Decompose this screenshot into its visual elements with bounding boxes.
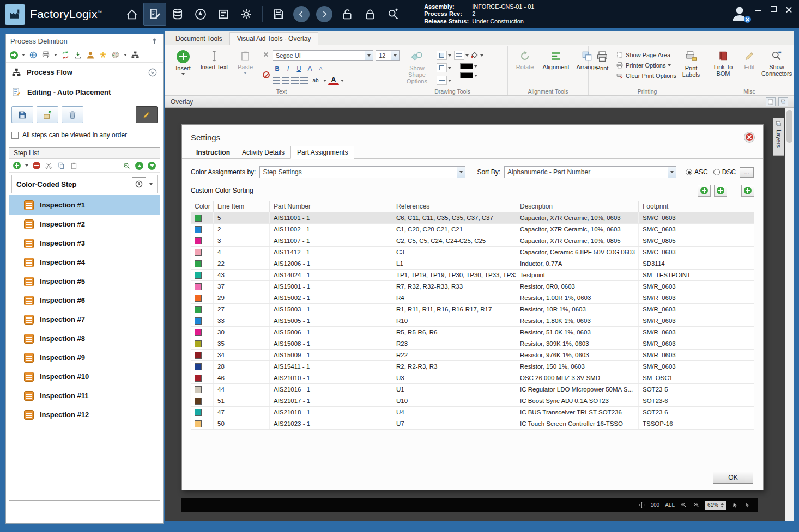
insert-text-button[interactable]: Insert Text <box>200 47 228 87</box>
table-row[interactable]: 30 AIS15006 - 1 R5, R5-R6, R6 Resistor, … <box>191 327 754 338</box>
forward-icon[interactable] <box>313 3 336 26</box>
overlay-grid-icon[interactable] <box>766 97 776 106</box>
zoom-spinner[interactable] <box>721 503 724 508</box>
italic-icon[interactable]: I <box>283 64 293 73</box>
col-description[interactable]: Description <box>516 201 639 212</box>
dsc-radio[interactable] <box>713 169 720 175</box>
person-icon[interactable] <box>86 51 95 59</box>
font-color-dropdown-icon[interactable] <box>341 80 344 82</box>
highlight-icon[interactable]: ab <box>310 76 322 85</box>
add-step-dropdown-icon[interactable] <box>25 164 28 167</box>
insert-button[interactable]: Insert <box>169 47 197 87</box>
palette-dropdown-icon[interactable] <box>124 54 127 56</box>
add-color-sort-button-3[interactable] <box>741 185 754 197</box>
font-family-combo[interactable]: Segoe UI <box>273 50 373 61</box>
bold-icon[interactable]: B <box>273 64 282 73</box>
copy-icon[interactable] <box>57 162 65 170</box>
sync-icon[interactable] <box>61 51 70 59</box>
step-list-item[interactable]: Inspection #4 <box>9 253 160 272</box>
collapse-circle-icon[interactable] <box>148 68 158 77</box>
table-row[interactable]: 44 AIS21016 - 1 U1 IC Regulator LDO Micr… <box>191 384 754 395</box>
tab-document-tools[interactable]: Document Tools <box>168 33 229 45</box>
search-tool-icon[interactable] <box>382 3 404 26</box>
table-row[interactable]: 3 AIS11007 - 1 C2, C5, C5, C24, C24-C25,… <box>191 235 754 247</box>
step-list-item[interactable]: Inspection #2 <box>9 215 160 234</box>
table-row[interactable]: 51 AIS21017 - 1 U10 IC Boost Sync ADJ 0.… <box>191 395 754 407</box>
shape-rect-icon[interactable] <box>437 63 447 72</box>
zoom-100-button[interactable]: 100 <box>651 502 660 508</box>
line-style-dropdown-icon[interactable] <box>465 54 469 57</box>
print-icon[interactable] <box>41 51 50 59</box>
col-color[interactable]: Color <box>191 201 214 212</box>
zoom-add-icon[interactable] <box>123 162 131 170</box>
highlight-dropdown-icon[interactable] <box>323 80 326 82</box>
move-up-icon[interactable] <box>135 162 143 170</box>
zoom-level-box[interactable]: 61% <box>705 501 726 510</box>
overlay-layers-icon[interactable] <box>778 97 788 106</box>
step-list-item[interactable]: Inspection #9 <box>9 348 160 367</box>
cut-icon[interactable] <box>45 162 53 170</box>
flow-mini-icon[interactable] <box>131 51 140 59</box>
flower-icon[interactable] <box>99 51 107 59</box>
align-right-icon[interactable] <box>291 77 299 84</box>
align-center-icon[interactable] <box>282 77 289 84</box>
grow-font-icon[interactable]: A <box>305 64 314 73</box>
underline-icon[interactable]: U <box>294 64 304 73</box>
zoom-in-icon[interactable] <box>693 502 700 509</box>
link-to-bom-button[interactable]: Link To BOM <box>709 47 737 87</box>
table-row[interactable]: 47 AIS21018 - 1 U4 IC BUS Transceiver TR… <box>191 407 754 418</box>
move-down-icon[interactable] <box>148 162 156 170</box>
table-row[interactable]: 22 AIS12006 - 1 L1 Inductor, 0.77A SD311… <box>191 258 754 270</box>
col-line-item[interactable]: Line Item <box>214 201 270 212</box>
step-type-selector[interactable]: Color-Coded Step <box>11 175 158 193</box>
order-checkbox[interactable] <box>11 132 19 139</box>
save-step-button[interactable] <box>11 106 33 123</box>
table-row[interactable]: 27 AIS15003 - 1 R1, R11, R11, R16, R16-R… <box>191 304 754 315</box>
palette-icon[interactable] <box>111 51 120 59</box>
process-flow-row[interactable]: Process Flow <box>6 63 163 82</box>
compass-icon[interactable] <box>189 3 212 26</box>
shape-line-icon[interactable] <box>437 76 447 85</box>
col-part-number[interactable]: Part Number <box>270 201 392 212</box>
user-icon[interactable] <box>730 4 749 23</box>
tab-instruction[interactable]: Instruction <box>190 146 236 158</box>
globe-icon[interactable] <box>29 51 38 59</box>
canvas-scrollbar[interactable] <box>785 108 794 521</box>
align-justify-icon[interactable] <box>300 77 308 84</box>
line-color-dropdown-icon[interactable] <box>474 75 477 77</box>
save-icon[interactable] <box>267 3 290 26</box>
layers-tab[interactable]: Layers <box>773 118 784 156</box>
table-row[interactable]: 4 AIS11412 - 1 C3 Capacitor, Ceramic 6.8… <box>191 247 754 258</box>
table-row[interactable]: 28 AIS15411 - 1 R2, R2-R3, R3 Resistor, … <box>191 361 754 372</box>
table-row[interactable]: 33 AIS15005 - 1 R10 Resistor, 1.80K 1%, … <box>191 315 754 327</box>
table-row[interactable]: 46 AIS21010 - 1 U3 OSC 26.000 MHZ 3.3V S… <box>191 372 754 384</box>
font-size-combo[interactable]: 12 <box>376 50 400 61</box>
news-icon[interactable] <box>212 3 235 26</box>
timer-button[interactable] <box>132 177 146 191</box>
delete-text-icon[interactable] <box>262 51 270 58</box>
import-button[interactable] <box>37 106 58 123</box>
design-canvas[interactable]: Layers 100 ALL 61% Settings Instruction … <box>165 108 794 521</box>
minimize-icon[interactable] <box>755 5 762 13</box>
pointer-icon[interactable] <box>744 502 751 509</box>
table-row[interactable]: 2 AIS11002 - 1 C1, C20, C20-C21, C21 Cap… <box>191 224 754 235</box>
step-list-item[interactable]: Inspection #3 <box>9 234 160 253</box>
shape-rect-dropdown-icon[interactable] <box>448 67 451 69</box>
tab-activity-details[interactable]: Activity Details <box>236 146 290 158</box>
table-row[interactable]: 34 AIS15009 - 1 R22 Resistor, 976K 1%, 0… <box>191 350 754 361</box>
paste-button[interactable]: Paste <box>231 47 259 87</box>
table-row[interactable]: 50 AIS21023 - 1 U7 IC Touch Screen Contr… <box>191 418 754 430</box>
sort-by-combo[interactable]: Alphanumeric - Part Number <box>504 166 676 178</box>
paint-bucket-dropdown-icon[interactable] <box>480 54 483 57</box>
settings-gear-icon[interactable] <box>235 3 258 26</box>
remove-step-icon[interactable] <box>33 162 40 169</box>
discard-button[interactable] <box>62 106 83 123</box>
maximize-icon[interactable] <box>770 5 777 13</box>
print-dropdown-icon[interactable] <box>54 54 57 56</box>
rotate-button[interactable]: Rotate <box>511 47 539 87</box>
step-list-item[interactable]: Inspection #6 <box>9 291 160 310</box>
step-type-dropdown-icon[interactable] <box>149 183 153 185</box>
shape-select-icon[interactable] <box>437 51 447 60</box>
step-list-item[interactable]: Inspection #7 <box>9 310 160 329</box>
add-step-icon[interactable] <box>13 162 21 169</box>
